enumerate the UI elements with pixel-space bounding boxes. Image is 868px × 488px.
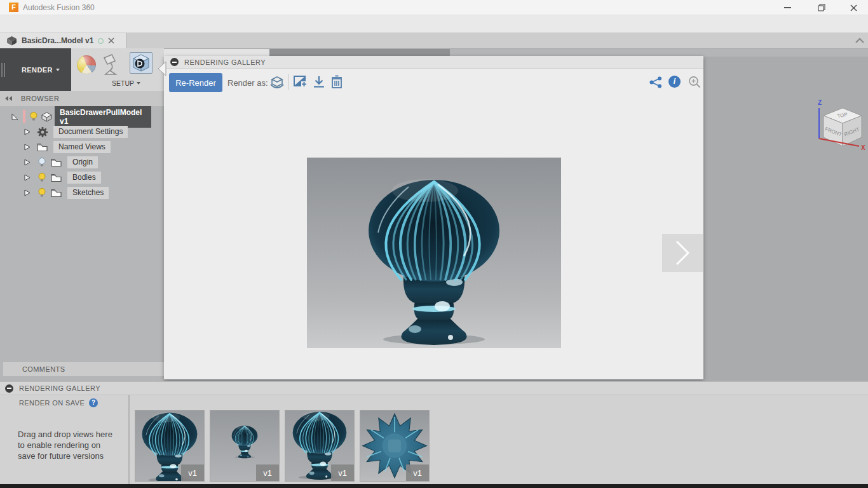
restore-button[interactable] <box>811 0 832 15</box>
tree-item-bodies[interactable]: Bodies <box>0 170 101 185</box>
share-icon[interactable] <box>649 76 662 88</box>
comments-label: COMMENTS <box>22 365 65 373</box>
render-on-save-help-icon[interactable]: ? <box>89 398 98 407</box>
delete-icon[interactable] <box>331 75 342 89</box>
render-on-save-section: RENDER ON SAVE ? <box>19 398 98 407</box>
rendering-gallery-overlay: RENDERING GALLERY Re-Render Render as: <box>164 56 703 379</box>
tree-item-document-settings[interactable]: Document Settings <box>0 125 128 139</box>
expander-expanded-icon[interactable] <box>11 113 18 120</box>
folder-icon <box>51 173 62 182</box>
in-canvas-render-button[interactable] <box>130 52 153 74</box>
tree-item-label: Bodies <box>67 172 101 184</box>
minimize-icon <box>784 7 791 8</box>
drag-drop-hint-line1: Drag and drop views here <box>18 429 129 440</box>
tab-close-icon[interactable] <box>108 37 114 44</box>
tree-item-label: Sketches <box>67 187 109 199</box>
info-icon[interactable]: i <box>668 76 681 88</box>
minimize-button[interactable] <box>776 0 798 15</box>
collapse-toolbar-icon[interactable] <box>855 37 864 44</box>
quick-access-toolbar: Mark Ketchum ? <box>0 15 868 33</box>
bulb-on-icon[interactable] <box>38 173 46 182</box>
folder-icon <box>51 158 62 166</box>
bulb-on-icon[interactable] <box>30 112 37 121</box>
comments-bar[interactable]: COMMENTS <box>3 362 164 376</box>
setup-panel: SETUP <box>71 48 164 91</box>
close-icon <box>850 4 857 11</box>
gear-icon <box>37 126 48 138</box>
canvas-area[interactable]: RENDER SETUP BROWS <box>0 48 868 379</box>
version-badge: v1 <box>331 464 354 481</box>
timeline-strip <box>0 484 868 488</box>
appearance-icon[interactable] <box>77 55 96 74</box>
render-cube-icon <box>132 53 151 72</box>
expander-collapsed-icon[interactable] <box>24 189 31 196</box>
tree-item-named-views[interactable]: Named Views <box>0 140 111 154</box>
gallery-thumbnail[interactable]: v1 <box>135 410 205 482</box>
gallery-thumbnail[interactable]: v1 <box>360 410 430 482</box>
browser-collapse-icon[interactable] <box>5 96 12 101</box>
browser-title: BROWSER <box>21 95 59 102</box>
tree-item-sketches[interactable]: Sketches <box>0 186 109 200</box>
collapse-gallery-arrow-icon[interactable] <box>157 61 166 76</box>
toolbar-drag-handle[interactable] <box>1 63 3 77</box>
gallery-thumbnail[interactable]: v1 <box>285 410 355 482</box>
render-image[interactable] <box>307 158 561 348</box>
folder-icon <box>51 189 62 197</box>
download-icon[interactable] <box>313 76 325 89</box>
tree-item-label: Named Views <box>53 141 111 153</box>
close-button[interactable] <box>843 0 864 15</box>
rendering-gallery-title: RENDERING GALLERY <box>184 58 266 66</box>
tab-status-icon <box>98 38 104 44</box>
zoom-in-icon[interactable] <box>688 76 701 88</box>
collapse-bottom-gallery-icon[interactable] <box>5 384 13 393</box>
render-as-label: Render as: <box>227 78 268 88</box>
tree-item-origin[interactable]: Origin <box>0 155 98 170</box>
view-cube[interactable]: TOP FRONT RIGHT Z X <box>808 98 868 163</box>
workspace-caret <box>56 69 60 71</box>
document-tab-bar: BasicDra...Model v1 <box>0 33 868 48</box>
scene-settings-lamp-icon[interactable] <box>100 53 123 76</box>
collapse-panel-icon[interactable] <box>170 58 179 66</box>
rendering-gallery-header[interactable]: RENDERING GALLERY <box>164 56 703 69</box>
fusion-app-icon: F <box>9 3 18 12</box>
title-bar: F Autodesk Fusion 360 <box>0 0 868 15</box>
restore-icon <box>818 4 825 11</box>
document-tab[interactable]: BasicDra...Model v1 <box>0 33 127 48</box>
setup-caret <box>137 82 140 85</box>
drag-drop-hint: Drag and drop views here to enable rende… <box>18 429 129 461</box>
bulb-on-icon[interactable] <box>38 188 46 198</box>
expander-collapsed-icon[interactable] <box>24 159 31 166</box>
root-accent-bar <box>23 110 25 123</box>
bottom-gallery-body: RENDER ON SAVE ? Drag and drop views her… <box>0 395 868 485</box>
toolbar-drag-handle-2 <box>4 63 5 77</box>
version-badge: v1 <box>406 464 429 481</box>
expander-collapsed-icon[interactable] <box>24 174 31 181</box>
expander-collapsed-icon[interactable] <box>24 144 31 151</box>
expander-collapsed-icon[interactable] <box>24 128 31 135</box>
browser-root-row[interactable]: BasicDrawerPullModel v1 <box>0 109 151 124</box>
document-tab-label: BasicDra...Model v1 <box>22 36 93 45</box>
version-badge: v1 <box>181 464 204 481</box>
viewcube-z-label: Z <box>818 99 822 106</box>
tree-item-label: Origin <box>67 156 98 168</box>
render-on-save-label: RENDER ON SAVE <box>19 399 85 407</box>
browser-header: BROWSER <box>0 91 164 106</box>
setup-group-label[interactable]: SETUP <box>112 79 140 87</box>
viewcube-x-label: X <box>861 144 865 151</box>
save-image-icon[interactable] <box>294 76 308 89</box>
render-in-cloud-icon[interactable] <box>269 74 285 91</box>
bottom-gallery-header[interactable]: RENDERING GALLERY <box>0 381 868 395</box>
workspace-label: RENDER <box>22 66 53 74</box>
component-cube-icon <box>41 112 52 122</box>
next-render-button[interactable] <box>662 234 703 272</box>
gallery-divider <box>128 395 130 485</box>
toolbar-divider <box>288 74 289 90</box>
gallery-thumbnail[interactable]: v1 <box>210 410 280 482</box>
chevron-right-icon <box>674 240 691 266</box>
bulb-off-icon[interactable] <box>38 158 46 167</box>
re-render-button[interactable]: Re-Render <box>169 73 222 92</box>
app-title: Autodesk Fusion 360 <box>23 3 95 12</box>
workspace-selector[interactable]: RENDER <box>0 48 71 91</box>
version-badge: v1 <box>256 464 279 481</box>
folder-icon <box>37 143 48 151</box>
